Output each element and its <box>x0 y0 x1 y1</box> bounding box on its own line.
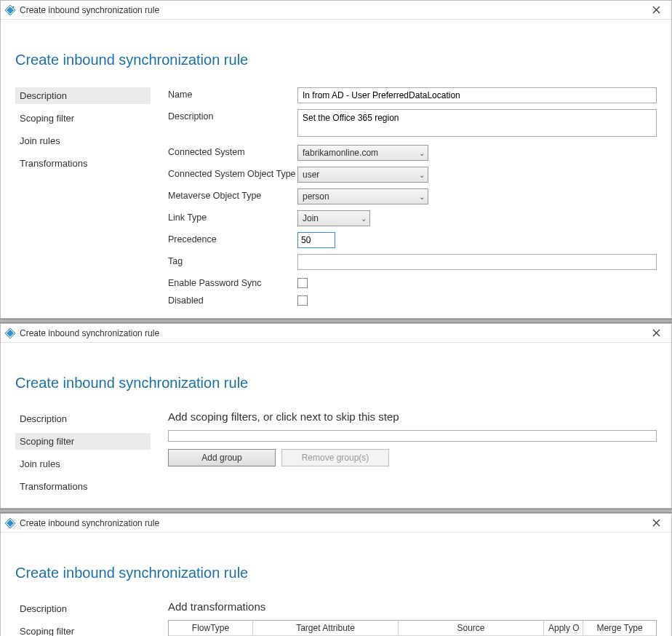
nav-item-description[interactable]: Description <box>15 600 151 617</box>
window-scoping-filter-step: Create inbound synchronization rule Crea… <box>0 323 672 509</box>
chevron-down-icon: ⌄ <box>419 171 425 179</box>
wizard-nav: Description Scoping filter Join rules Tr… <box>15 410 151 501</box>
description-form: Name Description Set the Office 365 regi… <box>168 87 657 311</box>
label-tag: Tag <box>168 254 297 266</box>
close-button[interactable] <box>645 515 667 531</box>
wizard-nav: Description Scoping filter Join rules Tr… <box>15 87 151 311</box>
scoping-groups-bar <box>168 430 657 442</box>
link-type-dropdown[interactable]: Join ⌄ <box>297 210 370 226</box>
wizard-nav: Description Scoping filter Join rules Tr… <box>15 600 151 636</box>
link-type-value: Join <box>303 213 319 223</box>
nav-item-description[interactable]: Description <box>15 87 151 104</box>
header-source: Source <box>399 621 544 635</box>
scoping-instruction: Add scoping filters, or click next to sk… <box>168 410 657 423</box>
nav-item-transformations[interactable]: Transformations <box>15 155 151 172</box>
titlebar: Create inbound synchronization rule <box>1 324 671 343</box>
description-input[interactable]: Set the Office 365 region <box>297 109 657 137</box>
nav-item-join-rules[interactable]: Join rules <box>15 456 151 472</box>
grid-header-row: FlowType Target Attribute Source Apply O… <box>169 621 656 636</box>
label-description: Description <box>168 109 297 122</box>
transformations-grid: FlowType Target Attribute Source Apply O… <box>168 620 657 636</box>
chevron-down-icon: ⌄ <box>419 193 425 201</box>
app-icon <box>5 328 15 338</box>
add-group-button[interactable]: Add group <box>168 449 276 466</box>
window-title: Create inbound synchronization rule <box>20 518 159 528</box>
nav-item-scoping-filter[interactable]: Scoping filter <box>15 433 151 450</box>
close-icon <box>652 329 660 337</box>
tag-input[interactable] <box>297 254 657 270</box>
label-disabled: Disabled <box>168 293 297 306</box>
label-name: Name <box>168 87 297 100</box>
chevron-down-icon: ⌄ <box>419 149 425 157</box>
titlebar: Create inbound synchronization rule <box>1 514 671 533</box>
nav-item-join-rules[interactable]: Join rules <box>15 132 151 149</box>
transformations-instruction: Add transformations <box>168 600 657 613</box>
close-button[interactable] <box>645 2 667 18</box>
label-connected-system: Connected System <box>168 145 297 157</box>
disabled-checkbox[interactable] <box>297 295 308 306</box>
remove-groups-button[interactable]: Remove group(s) <box>281 449 389 466</box>
name-input[interactable] <box>297 87 657 103</box>
header-target-attribute: Target Attribute <box>253 621 399 635</box>
transformations-form: Add transformations FlowType Target Attr… <box>168 600 657 636</box>
scoping-filter-form: Add scoping filters, or click next to sk… <box>168 410 657 501</box>
label-cs-object-type: Connected System Object Type <box>168 167 297 179</box>
nav-item-scoping-filter[interactable]: Scoping filter <box>15 623 151 636</box>
window-title: Create inbound synchronization rule <box>20 328 159 338</box>
chevron-down-icon: ⌄ <box>361 215 367 223</box>
titlebar: Create inbound synchronization rule <box>1 1 671 20</box>
header-apply-once: Apply O <box>544 621 583 635</box>
enable-password-sync-checkbox[interactable] <box>297 278 308 288</box>
close-icon <box>652 519 660 527</box>
page-heading: Create inbound synchronization rule <box>15 52 657 68</box>
page-heading: Create inbound synchronization rule <box>15 565 657 581</box>
cs-object-type-value: user <box>303 170 319 180</box>
label-enable-password-sync: Enable Password Sync <box>168 276 297 288</box>
header-flowtype: FlowType <box>169 621 253 635</box>
nav-item-transformations[interactable]: Transformations <box>15 478 151 495</box>
connected-system-value: fabrikamonline.com <box>303 148 378 158</box>
app-icon <box>5 518 15 528</box>
window-transformations-step: Create inbound synchronization rule Crea… <box>0 513 672 636</box>
page-heading: Create inbound synchronization rule <box>15 375 657 391</box>
cs-object-type-dropdown[interactable]: user ⌄ <box>297 167 428 183</box>
header-merge-type: Merge Type <box>583 621 656 635</box>
label-precedence: Precedence <box>168 232 297 245</box>
label-link-type: Link Type <box>168 210 297 223</box>
connected-system-dropdown[interactable]: fabrikamonline.com ⌄ <box>297 145 428 161</box>
nav-item-description[interactable]: Description <box>15 410 151 427</box>
mv-object-type-value: person <box>303 191 329 202</box>
app-icon <box>5 5 15 15</box>
nav-item-scoping-filter[interactable]: Scoping filter <box>15 110 151 127</box>
close-icon <box>652 6 660 14</box>
mv-object-type-dropdown[interactable]: person ⌄ <box>297 188 428 204</box>
precedence-input[interactable] <box>297 232 335 248</box>
close-button[interactable] <box>645 325 667 341</box>
window-title: Create inbound synchronization rule <box>20 5 159 15</box>
window-description-step: Create inbound synchronization rule Crea… <box>0 0 672 319</box>
label-mv-object-type: Metaverse Object Type <box>168 188 297 201</box>
